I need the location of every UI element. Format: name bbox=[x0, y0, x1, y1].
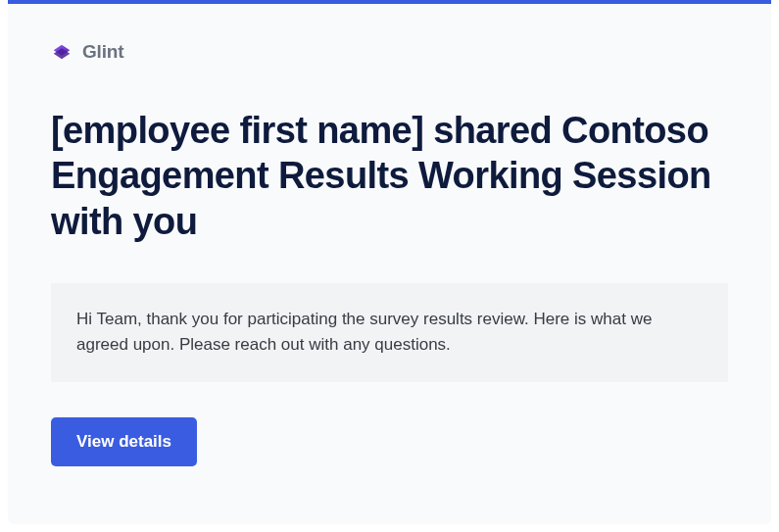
email-headline: [employee first name] shared Contoso Eng… bbox=[51, 108, 728, 244]
brand-name: Glint bbox=[82, 41, 123, 63]
glint-logo-icon bbox=[51, 41, 73, 63]
message-text: Hi Team, thank you for participating the… bbox=[76, 310, 652, 354]
message-box: Hi Team, thank you for participating the… bbox=[51, 283, 728, 382]
view-details-button[interactable]: View details bbox=[51, 417, 197, 466]
email-body: Glint [employee first name] shared Conto… bbox=[8, 4, 771, 509]
brand-row: Glint bbox=[51, 41, 728, 63]
email-card: Glint [employee first name] shared Conto… bbox=[8, 0, 771, 524]
